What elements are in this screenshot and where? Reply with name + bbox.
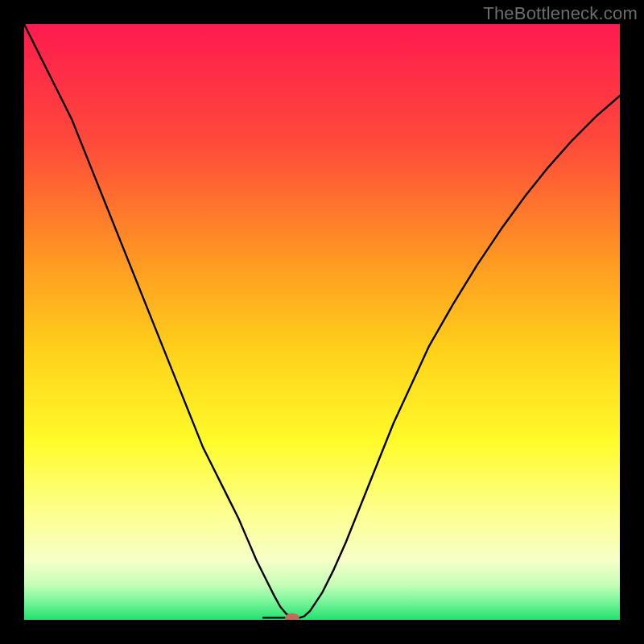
chart-frame: TheBottleneck.com bbox=[0, 0, 644, 644]
watermark-text: TheBottleneck.com bbox=[483, 3, 638, 24]
chart-plot-area bbox=[24, 24, 620, 620]
chart-background bbox=[24, 24, 620, 620]
chart-svg bbox=[24, 24, 620, 620]
